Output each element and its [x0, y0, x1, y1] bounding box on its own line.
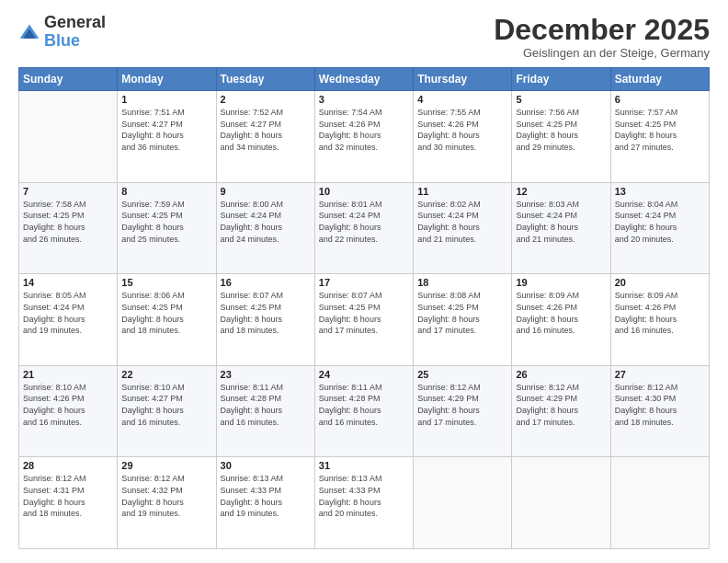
day-number: 18	[417, 277, 507, 288]
calendar-cell	[414, 457, 512, 549]
calendar-cell: 30Sunrise: 8:13 AMSunset: 4:33 PMDayligh…	[216, 457, 314, 549]
day-info: Sunrise: 8:05 AMSunset: 4:24 PMDaylight:…	[23, 290, 113, 336]
calendar-cell: 31Sunrise: 8:13 AMSunset: 4:33 PMDayligh…	[314, 457, 413, 549]
calendar-cell: 6Sunrise: 7:57 AMSunset: 4:25 PMDaylight…	[610, 91, 709, 183]
day-info: Sunrise: 7:59 AMSunset: 4:25 PMDaylight:…	[121, 199, 211, 245]
day-info: Sunrise: 8:11 AMSunset: 4:28 PMDaylight:…	[319, 382, 409, 428]
day-number: 16	[221, 277, 311, 288]
calendar-cell: 24Sunrise: 8:11 AMSunset: 4:28 PMDayligh…	[314, 365, 413, 457]
col-tuesday: Tuesday	[216, 68, 314, 91]
calendar-body: 1Sunrise: 7:51 AMSunset: 4:27 PMDaylight…	[19, 91, 710, 549]
calendar-cell: 12Sunrise: 8:03 AMSunset: 4:24 PMDayligh…	[512, 182, 610, 274]
calendar-cell: 19Sunrise: 8:09 AMSunset: 4:26 PMDayligh…	[512, 274, 610, 366]
day-info: Sunrise: 8:08 AMSunset: 4:25 PMDaylight:…	[417, 290, 507, 336]
calendar-cell	[19, 91, 118, 183]
day-number: 13	[615, 186, 705, 197]
day-info: Sunrise: 7:51 AMSunset: 4:27 PMDaylight:…	[121, 107, 211, 153]
calendar-header: Sunday Monday Tuesday Wednesday Thursday…	[19, 68, 710, 91]
day-info: Sunrise: 8:12 AMSunset: 4:31 PMDaylight:…	[23, 473, 113, 519]
day-info: Sunrise: 8:12 AMSunset: 4:29 PMDaylight:…	[516, 382, 606, 428]
calendar-cell: 8Sunrise: 7:59 AMSunset: 4:25 PMDaylight…	[118, 182, 216, 274]
calendar-cell	[610, 457, 709, 549]
day-info: Sunrise: 8:10 AMSunset: 4:26 PMDaylight:…	[23, 382, 113, 428]
day-number: 26	[516, 369, 606, 380]
day-info: Sunrise: 8:09 AMSunset: 4:26 PMDaylight:…	[615, 290, 705, 336]
day-number: 6	[615, 94, 705, 105]
day-info: Sunrise: 8:12 AMSunset: 4:32 PMDaylight:…	[121, 473, 211, 519]
day-info: Sunrise: 7:58 AMSunset: 4:25 PMDaylight:…	[23, 199, 113, 245]
calendar-week-2: 7Sunrise: 7:58 AMSunset: 4:25 PMDaylight…	[19, 182, 710, 274]
calendar-cell: 18Sunrise: 8:08 AMSunset: 4:25 PMDayligh…	[414, 274, 512, 366]
day-info: Sunrise: 8:00 AMSunset: 4:24 PMDaylight:…	[221, 199, 311, 245]
day-number: 24	[319, 369, 409, 380]
day-number: 8	[121, 186, 211, 197]
day-info: Sunrise: 8:11 AMSunset: 4:28 PMDaylight:…	[221, 382, 311, 428]
calendar-cell: 14Sunrise: 8:05 AMSunset: 4:24 PMDayligh…	[19, 274, 118, 366]
day-number: 10	[319, 186, 409, 197]
day-info: Sunrise: 8:12 AMSunset: 4:30 PMDaylight:…	[615, 382, 705, 428]
calendar-cell: 7Sunrise: 7:58 AMSunset: 4:25 PMDaylight…	[19, 182, 118, 274]
day-number: 29	[121, 460, 211, 471]
calendar-cell: 21Sunrise: 8:10 AMSunset: 4:26 PMDayligh…	[19, 365, 118, 457]
calendar-cell: 13Sunrise: 8:04 AMSunset: 4:24 PMDayligh…	[610, 182, 709, 274]
day-info: Sunrise: 7:56 AMSunset: 4:25 PMDaylight:…	[516, 107, 606, 153]
day-info: Sunrise: 7:52 AMSunset: 4:27 PMDaylight:…	[221, 107, 311, 153]
calendar-cell: 16Sunrise: 8:07 AMSunset: 4:25 PMDayligh…	[216, 274, 314, 366]
day-number: 25	[417, 369, 507, 380]
calendar-week-5: 28Sunrise: 8:12 AMSunset: 4:31 PMDayligh…	[19, 457, 710, 549]
title-block: December 2025 Geislingen an der Steige, …	[494, 14, 710, 60]
calendar-week-1: 1Sunrise: 7:51 AMSunset: 4:27 PMDaylight…	[19, 91, 710, 183]
day-number: 7	[23, 186, 113, 197]
day-info: Sunrise: 8:01 AMSunset: 4:24 PMDaylight:…	[319, 199, 409, 245]
calendar-cell: 5Sunrise: 7:56 AMSunset: 4:25 PMDaylight…	[512, 91, 610, 183]
calendar-cell: 2Sunrise: 7:52 AMSunset: 4:27 PMDaylight…	[216, 91, 314, 183]
calendar-week-3: 14Sunrise: 8:05 AMSunset: 4:24 PMDayligh…	[19, 274, 710, 366]
calendar-cell: 26Sunrise: 8:12 AMSunset: 4:29 PMDayligh…	[512, 365, 610, 457]
logo-text: General Blue	[44, 14, 106, 51]
col-friday: Friday	[512, 68, 610, 91]
calendar-cell	[512, 457, 610, 549]
calendar-cell: 28Sunrise: 8:12 AMSunset: 4:31 PMDayligh…	[19, 457, 118, 549]
calendar-cell: 22Sunrise: 8:10 AMSunset: 4:27 PMDayligh…	[118, 365, 216, 457]
calendar-cell: 23Sunrise: 8:11 AMSunset: 4:28 PMDayligh…	[216, 365, 314, 457]
day-info: Sunrise: 8:09 AMSunset: 4:26 PMDaylight:…	[516, 290, 606, 336]
day-number: 30	[221, 460, 311, 471]
calendar-cell: 10Sunrise: 8:01 AMSunset: 4:24 PMDayligh…	[314, 182, 413, 274]
day-info: Sunrise: 8:12 AMSunset: 4:29 PMDaylight:…	[417, 382, 507, 428]
location: Geislingen an der Steige, Germany	[494, 46, 710, 60]
calendar-table: Sunday Monday Tuesday Wednesday Thursday…	[18, 67, 710, 549]
day-number: 22	[121, 369, 211, 380]
calendar-cell: 27Sunrise: 8:12 AMSunset: 4:30 PMDayligh…	[610, 365, 709, 457]
calendar-week-4: 21Sunrise: 8:10 AMSunset: 4:26 PMDayligh…	[19, 365, 710, 457]
day-info: Sunrise: 7:55 AMSunset: 4:26 PMDaylight:…	[417, 107, 507, 153]
col-monday: Monday	[118, 68, 216, 91]
logo-blue: Blue	[44, 31, 80, 50]
day-number: 15	[121, 277, 211, 288]
day-info: Sunrise: 8:04 AMSunset: 4:24 PMDaylight:…	[615, 199, 705, 245]
col-wednesday: Wednesday	[314, 68, 413, 91]
day-number: 12	[516, 186, 606, 197]
header: General Blue December 2025 Geislingen an…	[18, 14, 710, 60]
calendar-cell: 20Sunrise: 8:09 AMSunset: 4:26 PMDayligh…	[610, 274, 709, 366]
day-info: Sunrise: 8:07 AMSunset: 4:25 PMDaylight:…	[319, 290, 409, 336]
calendar-cell: 1Sunrise: 7:51 AMSunset: 4:27 PMDaylight…	[118, 91, 216, 183]
day-info: Sunrise: 8:02 AMSunset: 4:24 PMDaylight:…	[417, 199, 507, 245]
day-number: 14	[23, 277, 113, 288]
day-info: Sunrise: 8:10 AMSunset: 4:27 PMDaylight:…	[121, 382, 211, 428]
day-info: Sunrise: 8:06 AMSunset: 4:25 PMDaylight:…	[121, 290, 211, 336]
day-number: 5	[516, 94, 606, 105]
day-number: 27	[615, 369, 705, 380]
day-info: Sunrise: 8:07 AMSunset: 4:25 PMDaylight:…	[221, 290, 311, 336]
calendar-cell: 3Sunrise: 7:54 AMSunset: 4:26 PMDaylight…	[314, 91, 413, 183]
day-number: 19	[516, 277, 606, 288]
col-saturday: Saturday	[610, 68, 709, 91]
day-number: 4	[417, 94, 507, 105]
day-number: 31	[319, 460, 409, 471]
day-number: 21	[23, 369, 113, 380]
day-number: 9	[221, 186, 311, 197]
calendar-cell: 11Sunrise: 8:02 AMSunset: 4:24 PMDayligh…	[414, 182, 512, 274]
day-info: Sunrise: 7:57 AMSunset: 4:25 PMDaylight:…	[615, 107, 705, 153]
day-number: 20	[615, 277, 705, 288]
day-info: Sunrise: 8:13 AMSunset: 4:33 PMDaylight:…	[319, 473, 409, 519]
logo-icon	[18, 21, 40, 43]
